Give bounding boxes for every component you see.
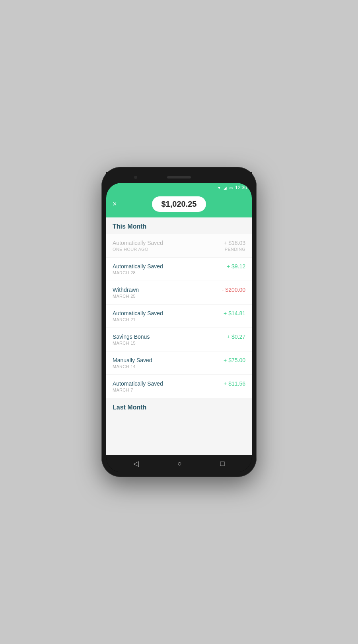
transaction-item[interactable]: Automatically Saved MARCH 28 + $9.12	[106, 258, 252, 281]
wifi-icon	[217, 185, 221, 190]
home-button[interactable]: ○	[177, 460, 182, 468]
phone-top-bar	[106, 172, 252, 183]
transaction-left: Savings Bonus MARCH 15	[113, 334, 150, 345]
tx-amount: + $14.81	[224, 310, 245, 316]
tx-date: MARCH 14	[113, 364, 152, 369]
back-button[interactable]: ◁	[133, 459, 139, 468]
tx-date: MARCH 7	[113, 388, 163, 392]
tx-amount: + $11.56	[224, 380, 245, 387]
speaker	[167, 176, 191, 178]
tx-date: MARCH 15	[113, 341, 150, 345]
tx-status: PENDING	[224, 247, 245, 252]
close-button[interactable]: ×	[113, 200, 117, 208]
tx-date: ONE HOUR AGO	[113, 247, 163, 252]
section-header-last-month: Last Month	[106, 398, 252, 415]
screen: 12:30 × $1,020.25 This Month Automatical…	[106, 183, 252, 472]
transaction-left: Automatically Saved MARCH 7	[113, 380, 163, 392]
tx-title: Automatically Saved	[113, 380, 163, 387]
transaction-item[interactable]: Automatically Saved MARCH 7 + $11.56	[106, 375, 252, 398]
transaction-item[interactable]: Automatically Saved ONE HOUR AGO + $18.0…	[106, 234, 252, 258]
transaction-left: Automatically Saved MARCH 28	[113, 263, 163, 275]
phone-inner: 12:30 × $1,020.25 This Month Automatical…	[106, 183, 252, 472]
tx-title: Savings Bonus	[113, 334, 150, 340]
tx-title: Automatically Saved	[113, 310, 163, 316]
transaction-item[interactable]: Manually Saved MARCH 14 + $75.00	[106, 351, 252, 375]
tx-date: MARCH 25	[113, 294, 139, 299]
transaction-item[interactable]: Automatically Saved MARCH 21 + $14.81	[106, 305, 252, 328]
app-header: × $1,020.25	[106, 192, 252, 217]
transaction-item[interactable]: Withdrawn MARCH 25 - $200.00	[106, 281, 252, 305]
transaction-right: + $14.81	[224, 310, 245, 316]
battery-icon	[229, 185, 233, 190]
transaction-right: - $200.00	[222, 287, 245, 293]
transaction-right: + $11.56	[224, 380, 245, 387]
transaction-right: + $0.27	[227, 334, 245, 340]
tx-title: Manually Saved	[113, 357, 152, 363]
transaction-right: + $75.00	[224, 357, 245, 363]
tx-amount: + $9.12	[227, 263, 245, 270]
transaction-left: Manually Saved MARCH 14	[113, 357, 152, 369]
status-time: 12:30	[235, 185, 247, 190]
transaction-right: + $18.03 PENDING	[224, 240, 245, 252]
tx-date: MARCH 28	[113, 270, 163, 275]
transaction-left: Automatically Saved MARCH 21	[113, 310, 163, 322]
phone-frame: 12:30 × $1,020.25 This Month Automatical…	[101, 167, 257, 477]
signal-icon	[224, 185, 227, 190]
tx-amount: + $18.03	[224, 240, 245, 246]
status-bar: 12:30	[106, 183, 252, 192]
tx-amount: + $75.00	[224, 357, 245, 363]
transaction-left: Automatically Saved ONE HOUR AGO	[113, 240, 163, 252]
tx-amount: - $200.00	[222, 287, 245, 293]
bottom-nav: ◁ ○ □	[106, 455, 252, 472]
tx-title: Automatically Saved	[113, 240, 163, 246]
section-header-this-month: This Month	[106, 217, 252, 234]
tx-amount: + $0.27	[227, 334, 245, 340]
transaction-item[interactable]: Savings Bonus MARCH 15 + $0.27	[106, 328, 252, 351]
balance-display: $1,020.25	[152, 196, 206, 212]
transaction-left: Withdrawn MARCH 25	[113, 287, 139, 299]
transaction-right: + $9.12	[227, 263, 245, 270]
content-area: This Month Automatically Saved ONE HOUR …	[106, 217, 252, 455]
tx-title: Withdrawn	[113, 287, 139, 293]
tx-title: Automatically Saved	[113, 263, 163, 270]
recent-button[interactable]: □	[220, 460, 225, 468]
camera	[134, 176, 137, 179]
tx-date: MARCH 21	[113, 317, 163, 322]
